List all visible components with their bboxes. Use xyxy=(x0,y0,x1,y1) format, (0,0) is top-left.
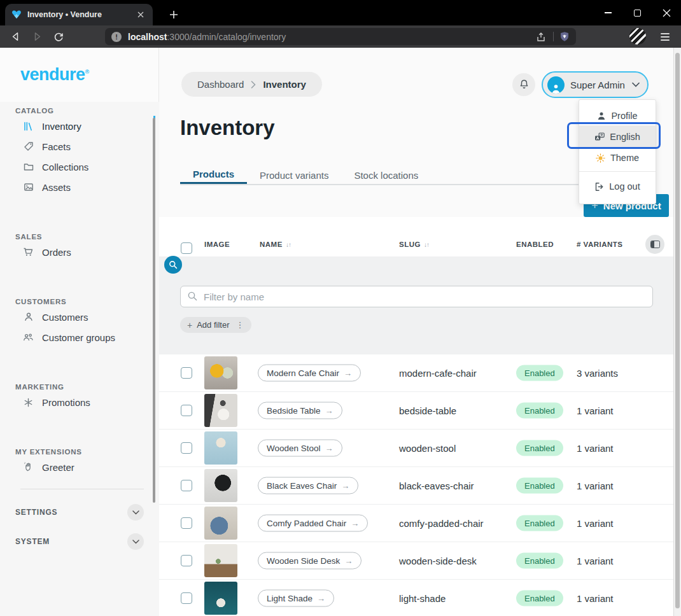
table-row[interactable]: Comfy Padded Chair→ comfy-padded-chair E… xyxy=(159,505,673,542)
product-name-link[interactable]: Wooden Stool→ xyxy=(258,440,342,457)
menu-item-profile[interactable]: Profile xyxy=(579,106,656,125)
row-checkbox[interactable] xyxy=(181,592,192,604)
product-name-link[interactable]: Wooden Side Desk→ xyxy=(258,552,362,570)
tag-icon xyxy=(23,141,34,152)
window-maximize-icon[interactable] xyxy=(622,0,652,25)
column-settings-button[interactable] xyxy=(645,235,664,254)
product-name-link[interactable]: Black Eaves Chair→ xyxy=(258,477,358,494)
product-slug: black-eaves-chair xyxy=(399,480,474,491)
product-name-link[interactable]: Comfy Padded Chair→ xyxy=(258,515,368,532)
user-dropdown-menu: Profile English Theme xyxy=(579,99,656,204)
sidebar-nav: CATALOG Inventory Facets xyxy=(0,102,159,616)
breadcrumb-dashboard[interactable]: Dashboard xyxy=(197,79,244,90)
sidebar-item-orders[interactable]: Orders xyxy=(0,242,155,262)
sidebar-item-greeter[interactable]: Greeter xyxy=(0,457,155,477)
chevron-down-icon xyxy=(632,82,640,87)
sidebar-item-assets[interactable]: Assets xyxy=(0,177,155,197)
sidebar-item-customer-groups[interactable]: Customer groups xyxy=(0,327,155,347)
profile-icon xyxy=(597,111,606,120)
product-slug: wooden-stool xyxy=(399,443,456,454)
url-bar[interactable]: ! localhost:3000/admin/catalog/inventory xyxy=(105,28,576,45)
notifications-button[interactable] xyxy=(512,73,535,96)
chevron-down-icon[interactable] xyxy=(127,504,144,521)
row-checkbox[interactable] xyxy=(181,367,192,379)
table-row[interactable]: Wooden Side Desk→ wooden-side-desk Enabl… xyxy=(159,542,673,580)
section-label-settings: SETTINGS xyxy=(15,508,57,517)
translate-icon xyxy=(594,132,605,142)
tab-stock-locations[interactable]: Stock locations xyxy=(341,166,431,184)
column-header-slug[interactable]: SLUG↓↑ xyxy=(399,241,429,248)
sidebar-item-label: Customers xyxy=(42,312,88,323)
table-row[interactable]: Light Shade→ light-shade Enabled 1 varia… xyxy=(159,580,673,616)
product-name-link[interactable]: Modern Cafe Chair→ xyxy=(258,365,361,382)
brave-shield-icon[interactable] xyxy=(559,31,570,42)
logo-area: vendure® xyxy=(0,48,158,102)
user-menu-button[interactable]: Super Admin xyxy=(542,71,649,98)
select-all-checkbox[interactable] xyxy=(181,242,192,254)
table-row[interactable]: Black Eaves Chair→ black-eaves-chair Ena… xyxy=(159,467,673,505)
folder-icon xyxy=(23,162,34,172)
sort-icon[interactable]: ↓↑ xyxy=(286,241,291,248)
add-filter-button[interactable]: + Add filter ⋮ xyxy=(180,317,251,333)
chevron-down-icon[interactable] xyxy=(127,533,144,550)
row-checkbox[interactable] xyxy=(181,405,192,416)
browser-tab[interactable]: Inventory • Vendure xyxy=(5,4,153,25)
row-checkbox[interactable] xyxy=(181,517,192,529)
page-title: Inventory xyxy=(180,116,275,140)
table-row[interactable]: Modern Cafe Chair→ modern-cafe-chair Ena… xyxy=(159,354,673,392)
more-options-icon[interactable]: ⋮ xyxy=(236,320,244,330)
sidebar-item-facets[interactable]: Facets xyxy=(0,136,155,157)
table-row[interactable]: Wooden Stool→ wooden-stool Enabled 1 var… xyxy=(159,430,673,467)
menu-item-language[interactable]: English xyxy=(579,125,656,148)
section-label-marketing: MARKETING xyxy=(15,383,159,392)
menu-divider xyxy=(579,171,656,172)
forward-icon[interactable] xyxy=(27,28,47,46)
share-icon[interactable] xyxy=(536,32,547,42)
window-controls xyxy=(593,0,681,25)
tab-close-icon[interactable] xyxy=(135,9,146,20)
column-header-variants: # VARIANTS xyxy=(577,241,623,248)
browser-menu-icon[interactable] xyxy=(658,30,672,44)
reload-icon[interactable] xyxy=(48,28,69,46)
arrow-right-icon: → xyxy=(351,519,359,528)
site-info-icon[interactable]: ! xyxy=(111,32,122,42)
product-name-link[interactable]: Light Shade→ xyxy=(258,590,334,607)
page-scrollbar[interactable] xyxy=(673,48,681,616)
sidebar-section-system[interactable]: SYSTEM xyxy=(15,531,144,552)
variant-count: 1 variant xyxy=(577,556,614,566)
sidebar-section-settings[interactable]: SETTINGS xyxy=(15,502,144,522)
window-minimize-icon[interactable] xyxy=(593,0,622,25)
arrow-right-icon: → xyxy=(344,556,353,566)
sidebar-item-inventory[interactable]: Inventory xyxy=(0,116,155,136)
browser-toolbar: ! localhost:3000/admin/catalog/inventory xyxy=(0,25,681,48)
arrow-right-icon: → xyxy=(325,406,333,416)
sidebar-item-label: Customer groups xyxy=(42,332,115,343)
menu-item-label: Profile xyxy=(611,111,637,121)
sort-icon[interactable]: ↓↑ xyxy=(424,241,429,248)
browser-profile-avatar[interactable] xyxy=(629,28,646,45)
sidebar-scrollbar[interactable] xyxy=(153,118,155,503)
tab-products[interactable]: Products xyxy=(180,166,247,184)
row-checkbox[interactable] xyxy=(181,555,192,566)
breadcrumb: Dashboard Inventory xyxy=(181,72,322,97)
search-toggle-button[interactable] xyxy=(164,256,182,274)
new-tab-icon[interactable] xyxy=(167,8,181,22)
column-header-name[interactable]: NAME↓↑ xyxy=(260,241,291,248)
page-scrollbar-thumb[interactable] xyxy=(675,53,680,608)
sidebar-item-customers[interactable]: Customers xyxy=(0,307,155,327)
tab-product-variants[interactable]: Product variants xyxy=(247,166,341,184)
menu-item-theme[interactable]: Theme xyxy=(579,148,656,167)
table-row[interactable]: Bedside Table→ bedside-table Enabled 1 v… xyxy=(159,392,673,430)
row-checkbox[interactable] xyxy=(181,442,192,454)
back-icon[interactable] xyxy=(5,28,25,46)
row-checkbox[interactable] xyxy=(181,480,192,491)
menu-item-logout[interactable]: Log out xyxy=(579,176,656,197)
sidebar-item-collections[interactable]: Collections xyxy=(0,157,155,177)
filter-input[interactable] xyxy=(180,286,653,307)
product-name-link[interactable]: Bedside Table→ xyxy=(258,402,342,419)
image-icon xyxy=(23,182,34,193)
sidebar-item-promotions[interactable]: Promotions xyxy=(0,392,155,412)
product-slug: light-shade xyxy=(399,593,446,604)
status-badge: Enabled xyxy=(516,553,563,569)
window-close-icon[interactable] xyxy=(652,0,681,25)
